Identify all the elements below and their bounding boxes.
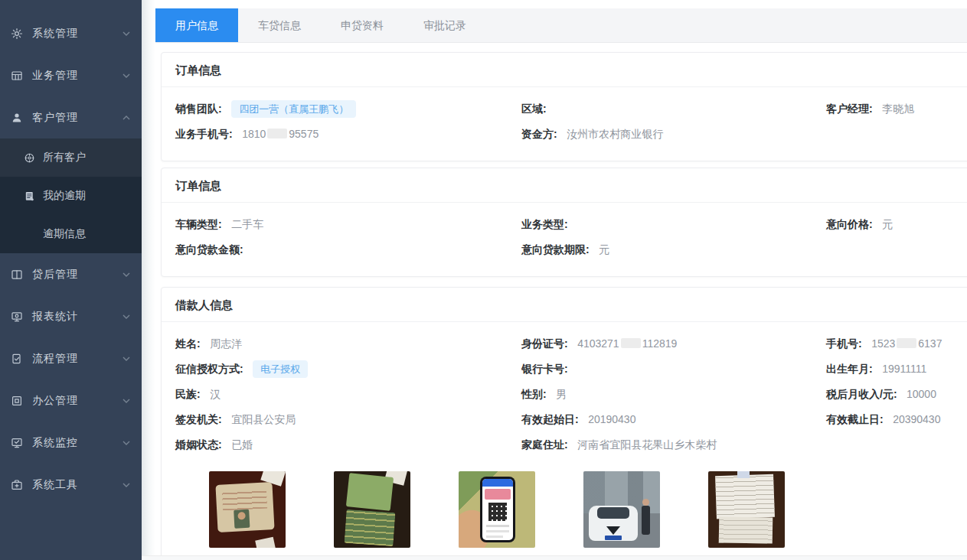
- sales-team-tag: 四团一营（直属王鹏飞）: [231, 100, 356, 118]
- field-business-phone: 业务手机号: 181095575: [175, 127, 521, 142]
- chevron-down-icon: [122, 270, 131, 279]
- field-credit-auth-method: 征信授权方式: 电子授权: [175, 360, 521, 378]
- field-value: 河南省宜阳县花果山乡木柴村: [577, 438, 717, 451]
- field-ethnicity: 民族: 汉: [175, 387, 521, 402]
- sidebar-item-system-monitor[interactable]: 系统监控: [0, 422, 142, 464]
- chevron-down-icon: [122, 396, 131, 405]
- field-value: 20390430: [893, 413, 940, 425]
- field-label: 区域:: [521, 103, 547, 115]
- field-value: 20190430: [588, 413, 635, 425]
- field-sales-team: 销售团队: 四团一营（直属王鹏飞）: [175, 100, 521, 118]
- field-value: 19911111: [882, 363, 926, 375]
- license-booklet-photo-thumbnail[interactable]: [334, 471, 410, 548]
- id-card-photo-thumbnail[interactable]: [209, 471, 286, 548]
- sidebar-item-label: 贷后管理: [32, 268, 122, 282]
- sidebar-item-my-overdue[interactable]: 我的逾期: [0, 177, 142, 215]
- sidebar-item-all-customers[interactable]: 所有客户: [0, 138, 142, 177]
- field-issuing-authority: 签发机关: 宜阳县公安局: [175, 412, 521, 427]
- field-value: 二手车: [231, 218, 263, 230]
- sidebar-item-report-statistics[interactable]: 报表统计: [0, 295, 142, 337]
- monitor-check-icon: [11, 437, 23, 449]
- person-with-car-photo-thumbnail[interactable]: [583, 471, 660, 548]
- paper-documents-photo-thumbnail[interactable]: [708, 471, 785, 548]
- sidebar-item-office-management[interactable]: 办公管理: [0, 379, 142, 422]
- field-label: 有效截止日:: [826, 413, 884, 425]
- field-label: 意向贷款金额:: [175, 243, 243, 256]
- workflow-icon: [11, 353, 23, 365]
- sidebar-item-label: 所有客户: [43, 151, 86, 164]
- field-valid-to: 有效截止日: 20390430: [826, 412, 964, 427]
- sidebar: 系统管理 业务管理 客户管理 所有客户 我的逾期 逾期信息: [0, 0, 142, 560]
- order-info-card: 订单信息 销售团队: 四团一营（直属王鹏飞） 区域: 客户经理: 李晓旭: [161, 52, 967, 161]
- field-value: 元: [599, 243, 609, 256]
- sidebar-item-system-management[interactable]: 系统管理: [0, 12, 142, 54]
- document-thumbnails: 身份证照 驾驶证照片 授权码照: [175, 457, 964, 560]
- field-label: 税后月收入/元:: [826, 388, 897, 400]
- tab-loan-application-materials[interactable]: 申贷资料: [321, 8, 403, 42]
- field-label: 性别:: [521, 388, 547, 400]
- field-label: 业务类型:: [521, 218, 568, 230]
- field-label: 销售团队:: [175, 103, 222, 115]
- tab-car-loan-info[interactable]: 车贷信息: [238, 8, 321, 42]
- field-income: 税后月收入/元: 10000: [826, 387, 964, 402]
- license-booklet-photo[interactable]: 驾驶证照片: [334, 471, 410, 560]
- sidebar-item-process-management[interactable]: 流程管理: [0, 337, 142, 379]
- redaction-blur: [897, 338, 916, 348]
- field-label: 意向价格:: [826, 218, 873, 230]
- field-value: 李晓旭: [882, 103, 914, 115]
- loan-intent-card: 订单信息 车辆类型: 二手车 业务类型: 意向价格: 元: [161, 168, 967, 277]
- sidebar-item-label: 办公管理: [32, 394, 122, 408]
- field-intent-loan-term: 意向贷款期限: 元: [521, 243, 826, 257]
- field-value: 已婚: [231, 438, 253, 451]
- field-label: 客户经理:: [826, 103, 873, 115]
- phone-qr-auth-photo[interactable]: 授权码照: [459, 471, 535, 560]
- field-customer-manager: 客户经理: 李晓旭: [826, 102, 964, 116]
- detail-tabbar: 用户信息 车贷信息 申贷资料 审批记录: [155, 8, 967, 43]
- card-title: 借款人信息: [162, 288, 967, 322]
- field-business-type: 业务类型:: [521, 217, 826, 232]
- sidebar-item-overdue-info[interactable]: 逾期信息: [0, 215, 142, 253]
- card-title: 订单信息: [162, 53, 967, 87]
- office-icon: [11, 395, 23, 407]
- user-icon: [11, 112, 23, 124]
- chevron-up-icon: [122, 113, 131, 122]
- horizontal-scrollbar[interactable]: [142, 555, 967, 560]
- chevron-down-icon: [122, 29, 131, 38]
- sidebar-item-business-management[interactable]: 业务管理: [0, 54, 142, 96]
- sidebar-item-postloan-management[interactable]: 贷后管理: [0, 253, 142, 295]
- field-label: 婚姻状态:: [175, 438, 222, 451]
- field-value: 汝州市农村商业银行: [567, 128, 663, 140]
- field-value: 10000: [907, 388, 936, 400]
- sidebar-item-system-tools[interactable]: 系统工具: [0, 464, 142, 506]
- main-content: 用户信息 车贷信息 申贷资料 审批记录 订单信息 销售团队: 四团一营（直属王鹏…: [142, 0, 967, 560]
- field-funder: 资金方: 汝州市农村商业银行: [521, 127, 826, 142]
- field-bank-card: 银行卡号:: [521, 362, 826, 376]
- field-value: 4103271112819: [577, 337, 677, 350]
- paper-documents-photo[interactable]: 其他材料: [708, 471, 785, 560]
- chevron-down-icon: [122, 312, 131, 321]
- field-value: 宜阳县公安局: [231, 413, 296, 425]
- phone-qr-auth-photo-thumbnail[interactable]: [459, 471, 535, 548]
- left-gutter: [142, 0, 155, 560]
- field-value: 元: [882, 218, 893, 230]
- tab-approval-records[interactable]: 审批记录: [403, 8, 486, 42]
- id-card-photo[interactable]: 身份证照: [209, 471, 286, 560]
- sidebar-item-label: 系统工具: [32, 478, 122, 492]
- chevron-down-icon: [122, 71, 131, 80]
- card-title: 订单信息: [162, 168, 967, 203]
- sidebar-item-customer-management[interactable]: 客户管理: [0, 96, 142, 138]
- person-with-car-photo[interactable]: 人车合影: [583, 471, 660, 560]
- field-label: 签发机关:: [175, 413, 222, 425]
- field-label: 出生年月:: [826, 363, 873, 375]
- grid-icon: [11, 70, 23, 82]
- field-name: 姓名: 周志洋: [175, 337, 521, 351]
- field-label: 家庭住址:: [521, 438, 568, 451]
- field-label: 车辆类型:: [175, 218, 222, 230]
- sidebar-item-label: 逾期信息: [43, 227, 86, 241]
- field-label: 征信授权方式:: [175, 363, 243, 375]
- field-marital-status: 婚姻状态: 已婚: [175, 438, 521, 452]
- field-label: 手机号:: [826, 337, 862, 350]
- tab-user-info[interactable]: 用户信息: [155, 8, 238, 42]
- tab-content: 订单信息 销售团队: 四团一营（直属王鹏飞） 区域: 客户经理: 李晓旭: [161, 42, 967, 560]
- field-vehicle-type: 车辆类型: 二手车: [175, 217, 521, 232]
